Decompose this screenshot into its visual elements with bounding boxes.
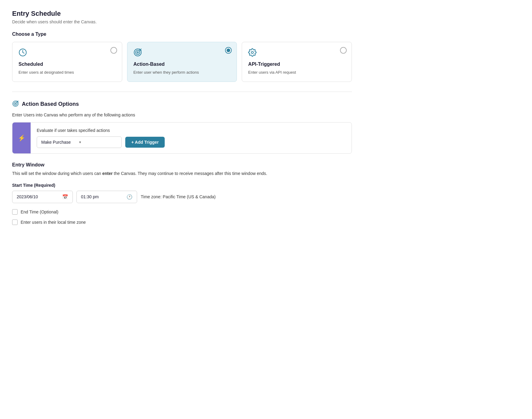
trigger-row: Make Purchase ▾ + Add Trigger <box>37 136 345 148</box>
entry-window-section: Entry Window This will set the window du… <box>12 162 352 225</box>
trigger-block: ⚡ Evaluate if user takes specified actio… <box>12 122 352 154</box>
choose-type-heading: Choose a Type <box>12 32 352 37</box>
svg-point-6 <box>251 52 254 54</box>
scheduled-card-title: Scheduled <box>19 62 116 67</box>
end-time-label: End Time (Optional) <box>21 210 59 214</box>
svg-point-9 <box>15 103 16 104</box>
clock-icon: 🕐 <box>126 194 133 200</box>
entry-window-desc-prefix: This will set the window during which us… <box>12 171 102 176</box>
trigger-selected-value: Make Purchase <box>41 140 79 145</box>
type-cards-container: Scheduled Enter users at designated time… <box>12 42 352 82</box>
action-based-subtitle: Enter Users into Canvas who perform any … <box>12 112 352 117</box>
local-timezone-checkbox[interactable] <box>12 220 18 225</box>
radio-api-triggered[interactable] <box>340 47 347 54</box>
local-timezone-label: Enter users in their local time zone <box>21 220 86 225</box>
gear-icon <box>248 48 345 59</box>
chevron-down-icon: ▾ <box>79 140 117 144</box>
local-timezone-row: Enter users in their local time zone <box>12 220 352 225</box>
add-trigger-button[interactable]: + Add Trigger <box>125 137 165 148</box>
scheduled-card-desc: Enter users at designated times <box>19 69 116 75</box>
action-based-card-desc: Enter user when they perform actions <box>133 69 231 75</box>
action-based-section-title: Action Based Options <box>22 101 79 107</box>
clock-icon <box>19 48 116 59</box>
trigger-label: Evaluate if user takes specified actions <box>37 128 345 133</box>
section-divider <box>12 92 352 92</box>
time-value: 01:30 pm <box>81 194 126 199</box>
type-card-action-based[interactable]: Action-Based Enter user when they perfor… <box>127 42 237 82</box>
action-based-icon <box>12 100 19 108</box>
page-subtitle: Decide when users should enter the Canva… <box>12 19 352 24</box>
entry-window-desc: This will set the window during which us… <box>12 170 352 177</box>
target-icon <box>133 48 231 59</box>
date-value: 2023/06/10 <box>17 194 62 199</box>
calendar-icon: 📅 <box>62 194 68 200</box>
start-time-label: Start Time (Required) <box>12 183 352 188</box>
api-triggered-card-desc: Enter users via API request <box>248 69 345 75</box>
type-card-api-triggered[interactable]: API-Triggered Enter users via API reques… <box>242 42 352 82</box>
end-time-checkbox[interactable] <box>12 209 18 215</box>
trigger-sidebar: ⚡ <box>12 122 31 153</box>
trigger-content: Evaluate if user takes specified actions… <box>31 122 352 153</box>
action-based-card-title: Action-Based <box>133 62 231 67</box>
action-based-header: Action Based Options <box>12 100 352 108</box>
page-title: Entry Schedule <box>12 10 352 18</box>
timezone-label: Time zone: Pacific Time (US & Canada) <box>141 194 216 199</box>
entry-window-title: Entry Window <box>12 162 352 168</box>
api-triggered-card-title: API-Triggered <box>248 62 345 67</box>
end-time-row: End Time (Optional) <box>12 209 352 215</box>
date-input[interactable]: 2023/06/10 📅 <box>12 191 73 203</box>
type-card-scheduled[interactable]: Scheduled Enter users at designated time… <box>12 42 122 82</box>
svg-point-2 <box>136 50 140 55</box>
radio-action-based[interactable] <box>225 47 232 54</box>
trigger-action-select[interactable]: Make Purchase ▾ <box>37 136 122 148</box>
lightning-icon: ⚡ <box>18 134 25 142</box>
datetime-row: 2023/06/10 📅 01:30 pm 🕐 Time zone: Pacif… <box>12 191 352 203</box>
entry-window-desc-bold: enter <box>102 171 113 176</box>
svg-point-8 <box>14 102 17 105</box>
svg-point-3 <box>137 52 138 53</box>
time-input[interactable]: 01:30 pm 🕐 <box>76 191 137 203</box>
entry-window-desc-suffix: the Canvas. They may continue to receive… <box>113 171 267 176</box>
radio-scheduled[interactable] <box>110 47 117 54</box>
